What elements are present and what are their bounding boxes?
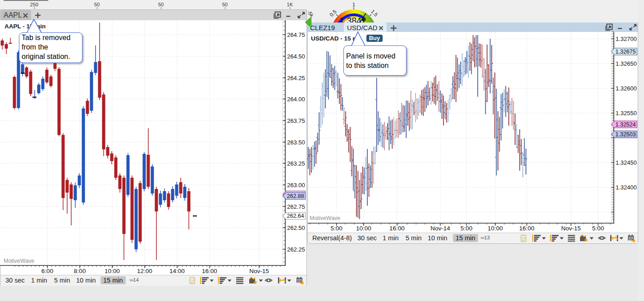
svg-text:0.5: 0.5: [329, 9, 338, 18]
svg-text:1.3842: 1.3842: [339, 16, 366, 22]
svg-text:1.5: 1.5: [370, 9, 379, 18]
svg-text:1: 1: [352, 2, 355, 7]
